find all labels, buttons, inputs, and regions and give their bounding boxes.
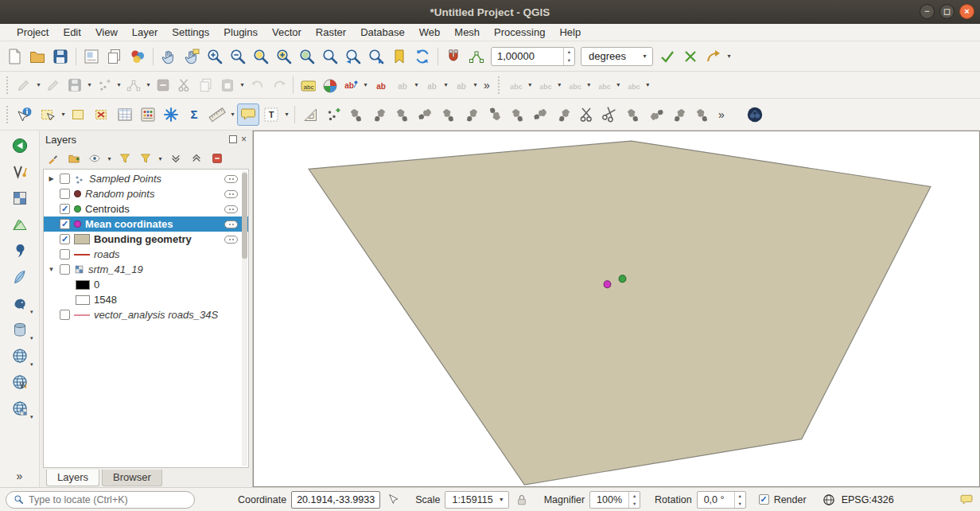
scrollbar-thumb[interactable] (242, 173, 247, 259)
menu-settings[interactable]: Settings (165, 25, 216, 40)
menu-plugins[interactable]: Plugins (216, 25, 265, 40)
window-minimize-button[interactable]: − (920, 4, 935, 19)
show-layout-manager-button[interactable] (103, 45, 126, 68)
toolbar-drag-handle[interactable] (6, 106, 10, 123)
style-manager-button[interactable] (126, 45, 149, 68)
add-delimited-text-layer-button[interactable] (6, 240, 33, 262)
tab-layers[interactable]: Layers (46, 470, 99, 486)
tab-browser[interactable]: Browser (102, 470, 162, 486)
copy-features-button[interactable] (196, 75, 216, 96)
regular-points-button[interactable] (322, 103, 344, 126)
chevron-down-icon[interactable]: ▾ (362, 81, 369, 88)
identify-features-button[interactable] (14, 103, 36, 126)
expander-icon[interactable]: ▶ (47, 175, 56, 182)
change-label-button[interactable]: ab (450, 75, 471, 96)
zoom-native-button[interactable] (319, 45, 341, 68)
messages-bubble-icon[interactable] (959, 492, 974, 508)
chevron-down-icon[interactable]: ▾ (615, 81, 622, 88)
geometry-tool-button[interactable] (645, 103, 667, 126)
layer-indicator-icon[interactable] (224, 175, 238, 183)
chevron-down-icon[interactable]: ▾ (644, 81, 651, 88)
show-hidden-diagram-button[interactable]: abc (564, 75, 585, 96)
layer-checkbox[interactable]: ✓ (60, 219, 70, 229)
geometry-tool-button[interactable] (438, 103, 460, 126)
menu-raster[interactable]: Raster (309, 25, 353, 40)
filter-legend-button[interactable] (115, 150, 134, 167)
pan-to-selection-button[interactable] (181, 45, 203, 68)
toggle-editing-button[interactable] (43, 75, 64, 96)
add-wcs-layer-button[interactable]: ▾ (6, 397, 33, 419)
filter-legend-by-expression-button[interactable] (136, 150, 154, 167)
text-annotation-button[interactable]: T (260, 103, 282, 126)
step-down-icon[interactable] (735, 500, 745, 508)
map-canvas[interactable] (253, 131, 980, 487)
expander-icon[interactable]: ▼ (47, 266, 56, 273)
menu-database[interactable]: Database (353, 25, 412, 40)
chevron-down-icon[interactable]: ▾ (585, 81, 593, 88)
geometry-tool-button[interactable] (622, 103, 644, 126)
step-down-icon[interactable] (629, 500, 640, 508)
step-up-icon[interactable] (735, 492, 745, 500)
layer-item-sampled-points[interactable]: ▶ Sampled Points (44, 171, 248, 186)
rotate-label-button[interactable]: ab (421, 75, 441, 96)
toolbar-drag-handle[interactable] (6, 76, 10, 94)
geometry-tool-button[interactable] (691, 103, 714, 126)
snap-tolerance-spinbox[interactable] (491, 47, 575, 66)
layer-indicator-icon[interactable] (224, 205, 238, 213)
window-maximize-button[interactable]: ◻ (939, 4, 955, 19)
menu-project[interactable]: Project (10, 25, 56, 40)
menu-vector[interactable]: Vector (265, 25, 309, 40)
layer-checkbox[interactable] (60, 189, 70, 199)
lock-scale-icon[interactable] (514, 492, 530, 508)
layer-item-mean-coordinates[interactable]: ✓ Mean coordinates (44, 216, 248, 232)
chevron-down-icon[interactable]: ▾ (106, 155, 113, 162)
geometry-tool-button[interactable] (391, 103, 414, 126)
zoom-to-layer-button[interactable] (296, 45, 318, 68)
geometry-tool-button[interactable] (484, 103, 506, 126)
zoom-in-button[interactable] (204, 45, 226, 68)
chevron-down-icon[interactable]: ▾ (725, 53, 733, 60)
toolbar-overflow-button[interactable]: » (714, 108, 729, 121)
snapping-on-intersection-button[interactable] (679, 45, 702, 68)
menu-view[interactable]: View (88, 25, 125, 40)
delete-selected-button[interactable] (153, 75, 173, 96)
manage-map-themes-button[interactable] (85, 150, 103, 167)
search-plugin-button[interactable] (744, 103, 766, 126)
add-wms-layer-button[interactable]: ▾ (6, 345, 33, 367)
zoom-to-selection-button[interactable] (273, 45, 295, 68)
snap-tolerance-input[interactable] (492, 50, 563, 62)
menu-edit[interactable]: Edit (56, 25, 88, 40)
coordinate-input[interactable] (291, 491, 380, 509)
zoom-out-button[interactable] (227, 45, 249, 68)
scale-combo[interactable]: 1:159115 ▾ (445, 491, 508, 509)
add-spatialite-layer-button[interactable] (6, 266, 33, 288)
layer-checkbox[interactable] (60, 310, 70, 320)
cut-features-button[interactable] (174, 75, 195, 96)
chevron-down-icon[interactable]: ▾ (442, 81, 449, 88)
step-down-icon[interactable] (564, 57, 574, 65)
step-up-icon[interactable] (564, 48, 574, 57)
show-bookmarks-button[interactable] (388, 45, 410, 68)
pin-labels-button[interactable]: ab (340, 75, 361, 96)
menu-help[interactable]: Help (552, 25, 588, 40)
zoom-last-button[interactable] (342, 45, 364, 68)
spinbox-steppers[interactable] (628, 492, 640, 508)
add-group-button[interactable] (64, 150, 83, 167)
snapping-options-button[interactable] (465, 45, 488, 68)
open-attribute-table-button[interactable] (114, 103, 136, 126)
rotation-spinbox[interactable]: 0,0 ° (697, 491, 746, 509)
chevron-down-icon[interactable]: ▾ (86, 81, 93, 88)
redo-button[interactable] (268, 75, 289, 96)
layer-item-roads[interactable]: roads (44, 247, 248, 262)
add-mssql-layer-button[interactable]: ▾ (6, 318, 33, 341)
zoom-full-button[interactable] (250, 45, 272, 68)
locate-search[interactable] (6, 491, 195, 509)
layer-checkbox[interactable]: ✓ (60, 234, 70, 244)
field-calculator-button[interactable] (137, 103, 159, 126)
pan-map-button[interactable] (158, 45, 180, 68)
enable-snapping-button[interactable] (442, 45, 465, 68)
chevron-down-icon[interactable]: ▾ (239, 81, 246, 88)
geometry-tool-button[interactable] (553, 103, 575, 126)
annotation-tools-button[interactable]: abc (623, 75, 644, 96)
data-source-manager-button[interactable] (6, 135, 33, 157)
